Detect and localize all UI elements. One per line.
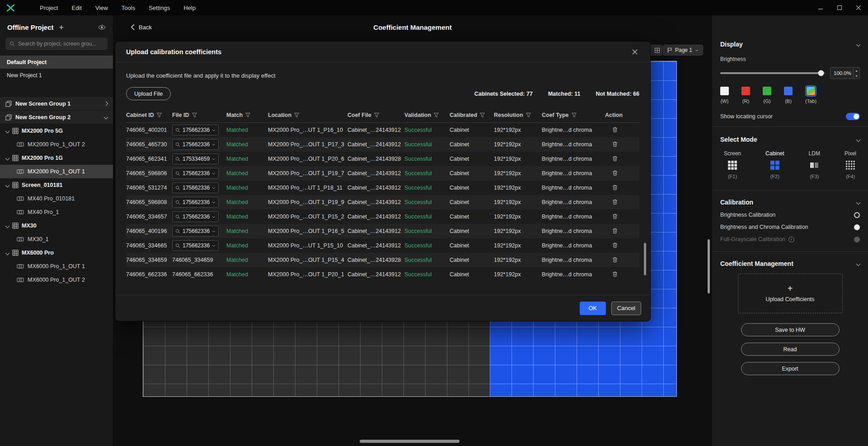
slider-thumb[interactable] — [818, 70, 824, 76]
radio-toggle[interactable] — [854, 237, 860, 242]
swatch-color[interactable] — [720, 87, 729, 95]
delete-icon[interactable] — [611, 155, 619, 163]
file-id-select[interactable]: 175662336 — [172, 226, 219, 237]
menu-item[interactable]: View — [89, 2, 115, 14]
upload-coefficients-dropzone[interactable]: + Upload Coefficients — [738, 274, 843, 313]
pattern-swatch[interactable]: (R) — [741, 87, 750, 104]
close-icon[interactable] — [630, 47, 639, 56]
select-mode-option[interactable]: Cabinet (F2) — [765, 150, 784, 179]
calibration-option[interactable]: Brightness Calibration i — [720, 212, 860, 218]
delete-icon[interactable] — [611, 227, 619, 235]
menu-item[interactable]: Project — [33, 2, 65, 14]
search-box[interactable] — [5, 37, 108, 50]
select-mode-option[interactable]: Screen (F1) — [724, 150, 741, 179]
column-header[interactable]: Validation — [404, 112, 450, 118]
tree-item[interactable]: MX2000 Pro 1G — [0, 151, 113, 165]
vertical-scrollbar[interactable] — [708, 239, 710, 293]
tree-item[interactable]: MX30 — [0, 219, 113, 232]
radio-toggle[interactable] — [854, 212, 860, 218]
tree-item[interactable]: New Screen Group 2 — [0, 111, 113, 124]
locating-cursor-toggle[interactable] — [846, 113, 860, 120]
page-selector[interactable]: Page 1 — [663, 45, 703, 56]
delete-icon[interactable] — [611, 198, 619, 206]
panel-action-button[interactable]: Save to HW — [741, 323, 840, 336]
upload-file-button[interactable]: Upload File — [126, 87, 171, 100]
file-id-select[interactable]: 175334659 — [172, 153, 219, 164]
swatch-color[interactable] — [807, 87, 815, 95]
tree-item[interactable]: MX6000 Pro — [0, 246, 113, 260]
minimize-icon[interactable] — [811, 0, 830, 15]
tree-item[interactable]: MX6000 Pro_1_OUT 1 — [0, 260, 113, 273]
horizontal-scrollbar[interactable] — [360, 440, 460, 443]
file-id-select[interactable]: 175662336 — [172, 182, 219, 193]
brightness-slider[interactable] — [720, 72, 825, 74]
file-id-select[interactable]: 175662336 — [172, 139, 219, 150]
tree-item[interactable]: MX2000 Pro_1_OUT 1 — [0, 165, 113, 178]
select-mode-option[interactable]: LDM (F3) — [809, 150, 820, 179]
file-id-select[interactable]: 175662336 — [172, 168, 219, 179]
value-spinner[interactable]: ▲▼ — [853, 68, 859, 79]
column-header[interactable]: Cabinet ID — [126, 112, 172, 118]
chevron-down-icon[interactable] — [5, 223, 10, 228]
chevron-icon[interactable] — [104, 102, 108, 106]
info-icon[interactable]: i — [788, 237, 794, 242]
swatch-color[interactable] — [763, 87, 771, 95]
delete-icon[interactable] — [611, 140, 619, 148]
column-header[interactable]: Calibrated — [450, 112, 494, 118]
project-row[interactable]: Default Project — [0, 56, 113, 69]
back-button[interactable]: Back — [131, 24, 152, 31]
tree-item[interactable]: MX2000 Pro 5G — [0, 124, 113, 138]
search-input[interactable] — [18, 41, 103, 47]
tree-item[interactable]: MX2000 Pro_1_OUT 2 — [0, 138, 113, 151]
pattern-swatch[interactable]: (W) — [720, 87, 729, 104]
pattern-swatch[interactable]: (G) — [763, 87, 771, 104]
menu-item[interactable]: Help — [177, 2, 202, 14]
file-id-select[interactable]: 175662336 — [172, 240, 219, 251]
maximize-icon[interactable] — [830, 0, 849, 15]
visibility-eye-icon[interactable] — [98, 25, 106, 30]
chevron-down-icon[interactable] — [5, 251, 10, 255]
column-header[interactable]: Action — [605, 112, 629, 118]
delete-icon[interactable] — [611, 126, 619, 134]
pattern-swatch[interactable]: (Tab) — [805, 87, 816, 104]
file-id-select[interactable]: 175662336 — [172, 211, 219, 222]
menu-item[interactable]: Tools — [115, 2, 142, 14]
section-coefficient-management[interactable]: Coefficient Management — [720, 260, 860, 267]
file-id-select[interactable]: 175662336 — [172, 197, 219, 208]
tree-item[interactable]: MX30_1 — [0, 232, 113, 246]
tree-item[interactable]: New Screen Group 1 — [0, 97, 113, 111]
section-select-mode[interactable]: Select Mode — [720, 136, 860, 143]
calibration-option[interactable]: Full-Grayscale Calibration i — [720, 236, 860, 242]
project-row[interactable]: New Project 1 — [0, 69, 113, 82]
chevron-down-icon[interactable] — [5, 129, 10, 133]
pattern-swatch[interactable]: (B) — [784, 87, 793, 104]
delete-icon[interactable] — [611, 270, 619, 278]
calibration-option[interactable]: Brightness and Chroma Calibration i — [720, 224, 860, 230]
delete-icon[interactable] — [611, 184, 619, 191]
delete-icon[interactable] — [611, 242, 619, 249]
table-scrollbar[interactable] — [644, 243, 646, 275]
delete-icon[interactable] — [611, 169, 619, 177]
column-header[interactable]: File ID — [172, 112, 226, 118]
menu-item[interactable]: Edit — [65, 2, 88, 14]
chevron-down-icon[interactable] — [5, 156, 10, 160]
brightness-value-input[interactable]: 100.0% ▲▼ — [830, 67, 860, 79]
section-display[interactable]: Display — [720, 41, 860, 48]
column-header[interactable]: Resolution — [494, 112, 542, 118]
ok-button[interactable]: OK — [580, 302, 606, 315]
add-project-icon[interactable]: + — [59, 24, 64, 31]
column-header[interactable]: Match — [226, 112, 268, 118]
cancel-button[interactable]: Cancel — [611, 302, 641, 315]
chevron-icon[interactable] — [104, 115, 108, 120]
swatch-color[interactable] — [784, 87, 793, 95]
close-window-icon[interactable] — [849, 0, 868, 15]
column-header[interactable]: Location — [268, 112, 347, 118]
tree-item[interactable]: MX40 Pro_1 — [0, 205, 113, 219]
panel-action-button[interactable]: Read — [741, 343, 840, 356]
delete-icon[interactable] — [611, 256, 619, 264]
select-mode-option[interactable]: Pixel (F4) — [845, 150, 856, 179]
section-calibration[interactable]: Calibration — [720, 199, 860, 206]
tree-item[interactable]: Screen_010181 — [0, 178, 113, 192]
swatch-color[interactable] — [741, 87, 750, 95]
delete-icon[interactable] — [611, 213, 619, 220]
